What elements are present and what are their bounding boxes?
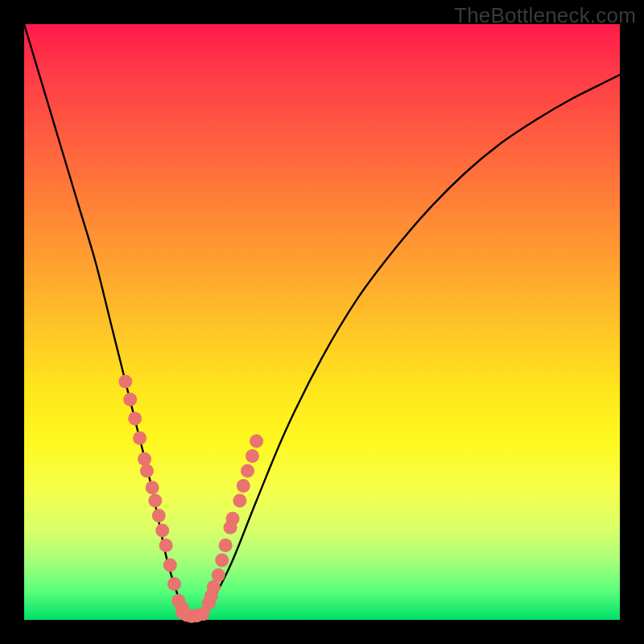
bottleneck-curve [24,24,620,617]
marker-dot [159,539,173,552]
marker-dot [219,539,233,552]
marker-dot [246,449,259,463]
marker-dot [128,411,142,425]
marker-dot [140,464,154,478]
marker-dot [148,494,162,508]
chart-overlay [24,24,620,620]
marker-dot [146,481,159,494]
marker-dot [241,464,254,478]
marker-group [118,375,263,624]
marker-dot [212,568,225,582]
marker-dot [138,452,151,466]
marker-dot [163,558,177,572]
watermark-text: TheBottleneck.com [454,3,636,28]
marker-dot [250,435,263,448]
marker-dot [226,512,240,526]
marker-dot [207,580,221,594]
marker-dot [237,479,250,493]
marker-dot [152,509,166,522]
outer-frame: TheBottleneck.com [0,0,644,644]
marker-dot [123,393,137,407]
marker-dot [167,577,181,591]
marker-dot [233,494,246,508]
marker-dot [215,554,229,568]
marker-dot [133,431,147,445]
marker-dot [155,524,169,538]
marker-dot [118,375,132,389]
